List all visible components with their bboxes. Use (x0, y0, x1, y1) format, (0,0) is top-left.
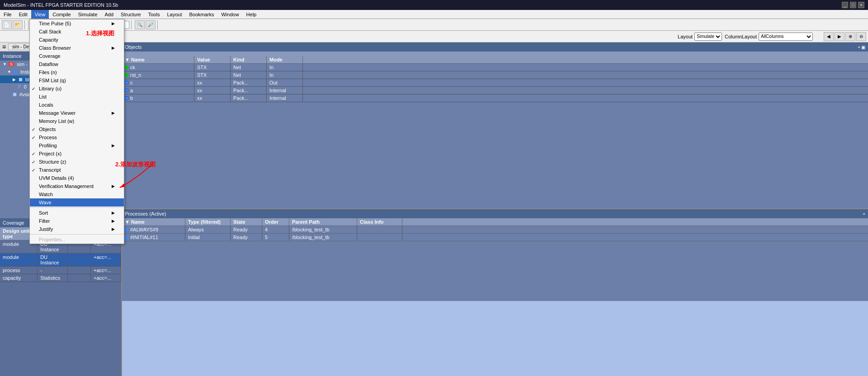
objects-section: Objects + ▣ ▼ Name Value Kind Mode (122, 42, 868, 209)
structure-label: Structure (z) (39, 159, 66, 164)
td-vis-3 (68, 274, 91, 282)
layout-select[interactable]: Simulate (694, 33, 722, 41)
td-type-1: module (0, 254, 38, 266)
view-menu-coverage[interactable]: Coverage (30, 52, 124, 60)
obj-row-a[interactable]: a xx Pack... Internal (122, 87, 868, 94)
view-menu-files[interactable]: Files (n) (30, 68, 124, 76)
columnlayout-select[interactable]: AllColumns (759, 33, 813, 41)
instance-icon: ▣ (13, 69, 18, 75)
view-menu-list[interactable]: List (30, 93, 124, 101)
menu-edit[interactable]: Edit (15, 10, 31, 19)
obj-row-b[interactable]: b xx Pack... Internal (122, 94, 868, 102)
proc-td-class-1 (357, 234, 402, 241)
maximize-button[interactable]: □ (850, 2, 856, 8)
view-menu-verification[interactable]: Verification Management ▶ (30, 182, 124, 190)
toolbar2-btn4[interactable]: ⊖ (856, 32, 866, 41)
view-menu-transcript[interactable]: ✓ Transcript (30, 166, 124, 174)
menu-compile[interactable]: Compile (49, 10, 74, 19)
view-menu-filter[interactable]: Filter ▶ (30, 217, 124, 225)
toolbar2-btn1[interactable]: ◀ (824, 32, 834, 41)
view-menu-profiling[interactable]: Profiling ▶ (30, 141, 124, 150)
objects-plus-icon[interactable]: + (858, 45, 860, 50)
view-menu-justify[interactable]: Justify ▶ (30, 225, 124, 233)
view-menu-classbrowser[interactable]: Class Browser ▶ (30, 44, 124, 52)
objects-table-header: ▼ Name Value Kind Mode (122, 56, 868, 64)
coverage-row-3[interactable]: capacity Statistics +acc=... (0, 274, 121, 282)
view-menu-fsmlist[interactable]: FSM List (q) (30, 76, 124, 85)
view-menu-uvmdetails[interactable]: UVM Details (4) (30, 174, 124, 182)
obj-row-c[interactable]: c xx Pack... Out (122, 79, 868, 87)
view-menu-dataflow[interactable]: Dataflow (30, 60, 124, 68)
timepulse-label: Time Pulse (5) (39, 21, 71, 26)
menu-simulate[interactable]: Simulate (75, 10, 101, 19)
menu-file[interactable]: File (0, 10, 15, 19)
proc-td-order-1: 5 (262, 234, 289, 241)
sim-icon: 🖥 (2, 44, 6, 49)
coverage-table-container: Design unit type Top Category Visibility… (0, 227, 121, 376)
menu-add[interactable]: Add (101, 10, 118, 19)
view-menu-locals[interactable]: Locals (30, 101, 124, 109)
view-menu-wave[interactable]: Wave (30, 198, 124, 207)
view-menu-structure[interactable]: ✓ Structure (z) (30, 158, 124, 166)
menu-tools[interactable]: Tools (145, 10, 164, 19)
processes-plus-icon[interactable]: + (863, 212, 865, 216)
view-menu-library[interactable]: ✓ Library (u) (30, 85, 124, 93)
proc-td-path-0: /blocking_test_tb (289, 226, 357, 233)
menu-view[interactable]: View (31, 10, 49, 19)
watch-label: Watch (39, 192, 53, 197)
coverage-row-1[interactable]: module DU Instance +acc=... (0, 254, 121, 267)
view-menu-messageviewer[interactable]: Message Viewer ▶ (30, 109, 124, 117)
toolbar-main: 📄 📂 💾 🖨 ↺ ▶ ⏭ ■ 100 ns 🔍 🔎 (0, 19, 868, 31)
proc-td-state-1: Ready (231, 234, 262, 241)
menu-bookmarks[interactable]: Bookmarks (185, 10, 217, 19)
menu-help[interactable]: Help (243, 10, 260, 19)
proc-row-1[interactable]: #INITIAL#11 Initial Ready 5 /blocking_te… (122, 234, 868, 241)
messageviewer-label: Message Viewer (39, 110, 75, 116)
proc-th-parentpath: Parent Path (289, 218, 357, 226)
minimize-button[interactable]: _ (842, 2, 848, 8)
open-button[interactable]: 📂 (13, 20, 23, 29)
new-button[interactable]: 📄 (2, 20, 12, 29)
processes-label: Processes (Active) (125, 211, 166, 216)
view-menu-callstack[interactable]: Call Stack (30, 28, 124, 36)
menu-window[interactable]: Window (217, 10, 242, 19)
obj-th-kind: Kind (231, 56, 267, 63)
menu-structure[interactable]: Structure (117, 10, 145, 19)
properties-label: Properties... (39, 237, 66, 242)
project-label: Project (x) (39, 151, 61, 156)
obj-td-c-mode: Out (267, 79, 303, 86)
processes-header: Processes (Active) + (122, 209, 868, 218)
proc-td-type-0: Always (185, 226, 231, 233)
menu-layout[interactable]: Layout (163, 10, 185, 19)
obj-td-rst-kind: Net (231, 71, 267, 79)
objects-expand-icon[interactable]: ▣ (861, 45, 865, 50)
obj-th-mode: Mode (267, 56, 303, 63)
view-menu-sort[interactable]: Sort ▶ (30, 209, 124, 217)
view-menu-watch[interactable]: Watch (30, 190, 124, 198)
a-dot (125, 89, 128, 92)
transcript-check: ✓ (32, 168, 35, 173)
obj-row-ck[interactable]: ck STX Net In (122, 64, 868, 71)
view-menu-memorylist[interactable]: Memory List (w) (30, 117, 124, 125)
view-menu-process[interactable]: ✓ Process (30, 133, 124, 141)
justify-label: Justify (39, 226, 53, 232)
view-menu-project[interactable]: ✓ Project (x) (30, 150, 124, 158)
wave-zoom-out[interactable]: 🔎 (146, 20, 156, 29)
classbrowser-arrow: ▶ (112, 46, 115, 50)
block-icon: ◼ (19, 76, 23, 82)
project-check: ✓ (32, 151, 35, 156)
messageviewer-arrow: ▶ (112, 111, 115, 115)
proc-row-0[interactable]: #ALWAYS#9 Always Ready 4 /blocking_test_… (122, 226, 868, 234)
verification-label: Verification Management (39, 183, 94, 189)
toolbar2-btn3[interactable]: ⊕ (845, 32, 855, 41)
view-menu-objects[interactable]: ✓ Objects (30, 125, 124, 133)
coverage-row-2[interactable]: process - +acc=... (0, 267, 121, 274)
obj-row-rst[interactable]: rst_n STX Net In (122, 71, 868, 79)
obj-td-ck-mode: In (267, 64, 303, 71)
toolbar2-btn2[interactable]: ▶ (835, 32, 844, 41)
processes-table-header: ▼ Name Type (filtered) State Order Paren… (122, 218, 868, 226)
wave-zoom-in[interactable]: 🔍 (135, 20, 145, 29)
view-menu-capacity[interactable]: Capacity (30, 36, 124, 44)
view-menu-timepulse[interactable]: Time Pulse (5) ▶ (30, 19, 124, 28)
close-button[interactable]: × (858, 2, 864, 8)
